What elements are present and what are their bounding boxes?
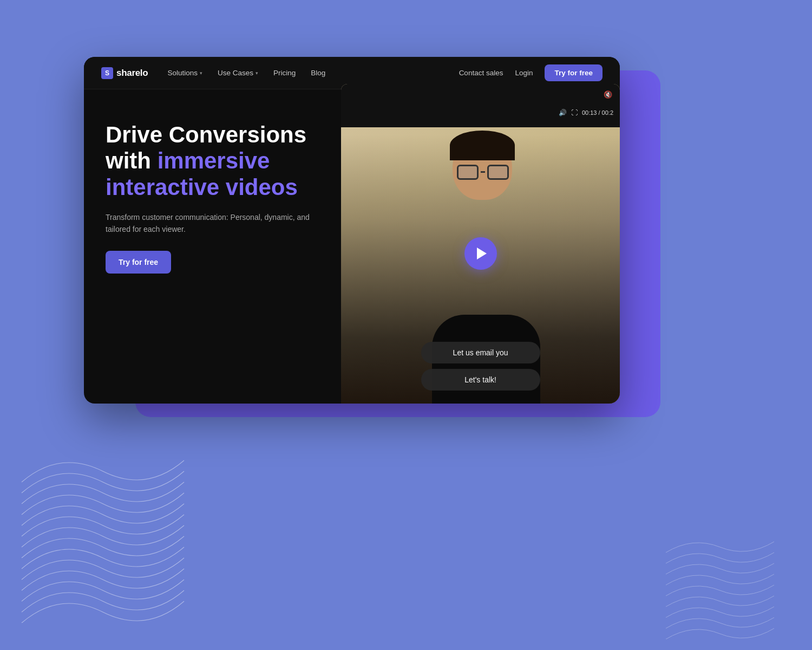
video-controls: 🔊 ⛶ 00:13 / 00:2 — [559, 109, 613, 116]
talk-cta-button[interactable]: Let's talk! — [421, 369, 540, 391]
hero-title: Drive Conversions with immersive interac… — [106, 122, 357, 200]
mute-icon[interactable]: 🔇 — [604, 90, 612, 99]
logo-icon: S — [101, 67, 113, 79]
glasses-bridge — [481, 171, 485, 173]
chevron-down-icon: ▾ — [256, 70, 258, 76]
wavy-lines-left — [16, 450, 189, 623]
nav-right: Contact sales Login Try for free — [459, 64, 603, 81]
hero-cta-button[interactable]: Try for free — [106, 251, 171, 274]
contact-sales-link[interactable]: Contact sales — [459, 69, 503, 77]
video-top-bar: 🔇 — [341, 84, 620, 127]
nav-links: Solutions ▾ Use Cases ▾ Pricing Blog — [167, 69, 459, 77]
login-link[interactable]: Login — [515, 69, 533, 77]
glass-right — [487, 165, 509, 180]
hero-section: Drive Conversions with immersive interac… — [84, 89, 620, 404]
browser-window: S sharelo Solutions ▾ Use Cases ▾ Pricin… — [84, 57, 620, 404]
try-free-button[interactable]: Try for free — [545, 64, 603, 81]
nav-pricing[interactable]: Pricing — [273, 69, 296, 77]
nav-blog[interactable]: Blog — [311, 69, 325, 77]
nav-solutions[interactable]: Solutions ▾ — [167, 69, 202, 77]
email-cta-button[interactable]: Let us email you — [421, 342, 540, 363]
hair — [450, 131, 515, 160]
fullscreen-icon[interactable]: ⛶ — [571, 109, 578, 116]
glasses — [457, 165, 509, 180]
hero-left: Drive Conversions with immersive interac… — [84, 89, 379, 404]
person-head — [453, 135, 523, 211]
volume-icon[interactable]: 🔊 — [559, 109, 567, 116]
video-panel: 🔇 🔊 ⛶ 00:13 / 00:2 — [341, 84, 620, 404]
logo-text: sharelo — [116, 68, 148, 79]
logo[interactable]: S sharelo — [101, 67, 148, 79]
video-cta-overlay: Let us email you Let's talk! — [341, 342, 620, 391]
hero-subtitle: Transform customer communication: Person… — [106, 211, 311, 236]
play-icon — [477, 248, 487, 259]
chevron-down-icon: ▾ — [200, 70, 202, 76]
head-shape — [453, 135, 512, 200]
wavy-lines-right — [660, 531, 780, 639]
timer-display: 00:13 / 00:2 — [582, 109, 613, 116]
play-button[interactable] — [464, 237, 497, 270]
nav-use-cases[interactable]: Use Cases ▾ — [218, 69, 258, 77]
glass-left — [457, 165, 479, 180]
